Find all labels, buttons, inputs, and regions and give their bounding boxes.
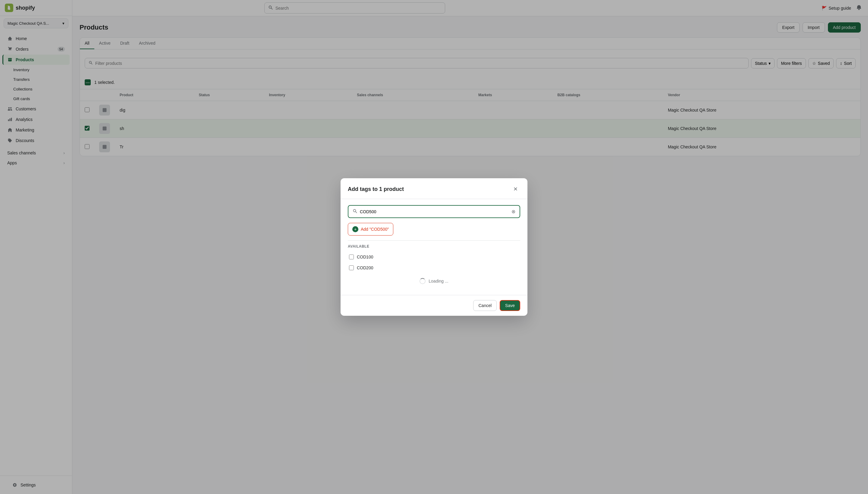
tag-label-cod100: COD100 bbox=[357, 254, 373, 259]
divider bbox=[348, 240, 520, 241]
modal-body: ⊗ + Add "COD500" Available COD100 COD200 bbox=[340, 199, 528, 295]
tag-checkbox-cod100[interactable] bbox=[349, 254, 354, 259]
tag-checkbox-cod200[interactable] bbox=[349, 265, 354, 270]
spinner-icon bbox=[419, 278, 426, 284]
cancel-button[interactable]: Cancel bbox=[473, 300, 497, 311]
modal-header: Add tags to 1 product ✕ bbox=[340, 178, 528, 199]
modal-title: Add tags to 1 product bbox=[348, 186, 404, 192]
tag-option-cod200[interactable]: COD200 bbox=[348, 262, 520, 273]
loading-text: Loading ... bbox=[429, 279, 448, 284]
available-label: Available bbox=[348, 244, 520, 248]
tag-search-input[interactable] bbox=[360, 209, 509, 214]
modal-footer: Cancel Save bbox=[340, 295, 528, 316]
add-tag-button[interactable]: + Add "COD500" bbox=[348, 223, 393, 235]
add-tag-label: Add "COD500" bbox=[361, 227, 389, 232]
close-icon: ✕ bbox=[513, 186, 518, 192]
tag-label-cod200: COD200 bbox=[357, 265, 373, 270]
tag-search-container: ⊗ bbox=[348, 205, 520, 218]
add-tags-modal: Add tags to 1 product ✕ ⊗ bbox=[340, 178, 528, 316]
tag-search-box: ⊗ bbox=[348, 205, 520, 218]
tag-search-icon bbox=[353, 209, 357, 214]
modal-close-button[interactable]: ✕ bbox=[511, 184, 520, 194]
clear-icon: ⊗ bbox=[511, 209, 515, 214]
modal-overlay[interactable]: Add tags to 1 product ✕ ⊗ bbox=[0, 0, 868, 494]
add-tag-plus-icon: + bbox=[352, 226, 358, 232]
tag-option-cod100[interactable]: COD100 bbox=[348, 251, 520, 262]
save-button[interactable]: Save bbox=[500, 300, 520, 311]
loading-indicator: Loading ... bbox=[348, 273, 520, 289]
tag-search-clear-button[interactable]: ⊗ bbox=[511, 209, 515, 214]
